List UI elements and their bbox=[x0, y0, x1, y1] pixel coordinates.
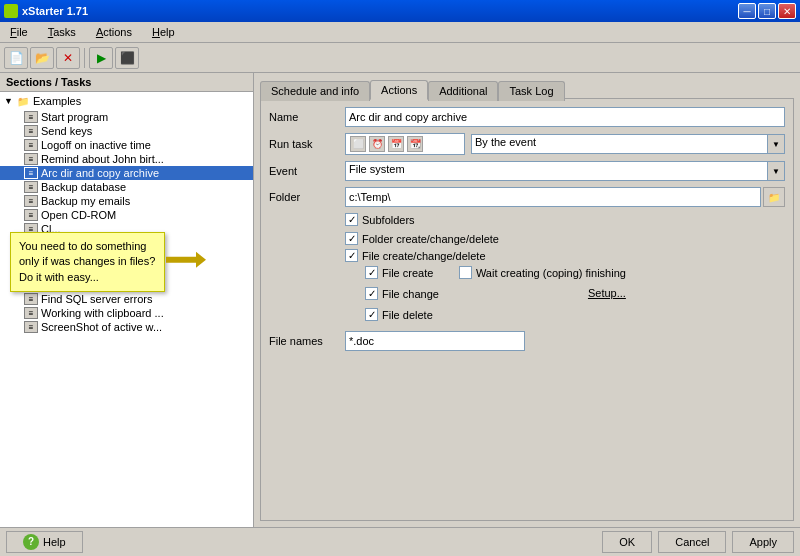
file-delete-row: File delete bbox=[365, 308, 439, 321]
task-icon: ≡ bbox=[24, 293, 38, 305]
apply-button[interactable]: Apply bbox=[732, 531, 794, 553]
folder-row: Folder 📁 bbox=[269, 187, 785, 207]
tab-actions[interactable]: Actions bbox=[370, 80, 428, 100]
folder-icon: 📁 bbox=[15, 93, 31, 109]
minimize-button[interactable]: ─ bbox=[738, 3, 756, 19]
task-icon: ≡ bbox=[24, 307, 38, 319]
tab-bar: Schedule and info Actions Additional Tas… bbox=[260, 79, 794, 99]
task-icon: ≡ bbox=[24, 321, 38, 333]
ok-button[interactable]: OK bbox=[602, 531, 652, 553]
run-icon-1[interactable]: ⬜ bbox=[350, 136, 366, 152]
tree-item-examples[interactable]: ▼ 📁 Examples bbox=[0, 92, 253, 110]
file-delete-label: File delete bbox=[382, 309, 433, 321]
folder-input-group: 📁 bbox=[345, 187, 785, 207]
event-label: Event bbox=[269, 165, 339, 177]
tree-item-remind[interactable]: ≡ Remind about John birt... bbox=[0, 152, 253, 166]
menu-tasks[interactable]: Tasks bbox=[42, 24, 82, 40]
tab-schedule[interactable]: Schedule and info bbox=[260, 81, 370, 101]
event-dropdown-arrow[interactable]: ▼ bbox=[767, 161, 785, 181]
run-button[interactable]: ▶ bbox=[89, 47, 113, 69]
tree-label: Send keys bbox=[41, 125, 92, 137]
tree-scroll[interactable]: ▼ 📁 Examples ≡ Start program ≡ Send keys… bbox=[0, 92, 253, 527]
name-label: Name bbox=[269, 111, 339, 123]
task-icon: ≡ bbox=[24, 153, 38, 165]
close-button[interactable]: ✕ bbox=[778, 3, 796, 19]
file-change-row: File change bbox=[365, 287, 439, 300]
event-select[interactable]: File system ▼ bbox=[345, 161, 785, 181]
run-icon-4[interactable]: 📆 bbox=[407, 136, 423, 152]
task-icon: ≡ bbox=[24, 139, 38, 151]
tree-item-backup-emails[interactable]: ≡ Backup my emails bbox=[0, 194, 253, 208]
tree-label: Backup my emails bbox=[41, 195, 130, 207]
menu-bar: File Tasks Actions Help bbox=[0, 22, 800, 43]
tree-item-find-sql[interactable]: ≡ Find SQL server errors bbox=[0, 292, 253, 306]
tree-item-arc-dir[interactable]: ≡ Arc dir and copy archive bbox=[0, 166, 253, 180]
setup-link[interactable]: Setup... bbox=[588, 287, 626, 299]
folder-create-row: Folder create/change/delete bbox=[345, 232, 785, 245]
run-icon-2[interactable]: ⏰ bbox=[369, 136, 385, 152]
subfolders-checkbox[interactable] bbox=[345, 213, 358, 226]
browse-button[interactable]: 📁 bbox=[763, 187, 785, 207]
subfolders-label: Subfolders bbox=[362, 214, 415, 226]
open-button[interactable]: 📂 bbox=[30, 47, 54, 69]
delete-button[interactable]: ✕ bbox=[56, 47, 80, 69]
tree-item-screenshot[interactable]: ≡ ScreenShot of active w... bbox=[0, 320, 253, 334]
menu-actions[interactable]: Actions bbox=[90, 24, 138, 40]
subfolders-row: Subfolders bbox=[345, 213, 785, 226]
file-names-row: File names bbox=[269, 331, 785, 351]
menu-help[interactable]: Help bbox=[146, 24, 181, 40]
apply-label: Apply bbox=[749, 536, 777, 548]
tree-label: Find SQL server errors bbox=[41, 293, 152, 305]
tree-item-clipboard[interactable]: ≡ Working with clipboard ... bbox=[0, 306, 253, 320]
title-bar: xStarter 1.71 ─ □ ✕ bbox=[0, 0, 800, 22]
name-input[interactable] bbox=[345, 107, 785, 127]
file-change-label: File change bbox=[382, 288, 439, 300]
folder-label: Folder bbox=[269, 191, 339, 203]
tree-label: Remind about John birt... bbox=[41, 153, 164, 165]
folder-create-label: Folder create/change/delete bbox=[362, 233, 499, 245]
tree-item-logoff[interactable]: ≡ Logoff on inactive time bbox=[0, 138, 253, 152]
cancel-label: Cancel bbox=[675, 536, 709, 548]
file-delete-checkbox[interactable] bbox=[365, 308, 378, 321]
tree-item-send-keys[interactable]: ≡ Send keys bbox=[0, 124, 253, 138]
file-create-checkbox[interactable] bbox=[365, 266, 378, 279]
menu-file[interactable]: File bbox=[4, 24, 34, 40]
file-create-change-checkbox[interactable] bbox=[345, 249, 358, 262]
tab-tasklog[interactable]: Task Log bbox=[498, 81, 564, 101]
cancel-button[interactable]: Cancel bbox=[658, 531, 726, 553]
tooltip-text: You need to do something only if was cha… bbox=[19, 240, 155, 283]
file-names-input[interactable] bbox=[345, 331, 525, 351]
tab-additional[interactable]: Additional bbox=[428, 81, 498, 101]
task-icon: ≡ bbox=[24, 181, 38, 193]
wait-creating-checkbox[interactable] bbox=[459, 266, 472, 279]
maximize-button[interactable]: □ bbox=[758, 3, 776, 19]
main-layout: Sections / Tasks ▼ 📁 Examples ≡ Start pr… bbox=[0, 73, 800, 527]
name-row: Name bbox=[269, 107, 785, 127]
run-task-dropdown-arrow[interactable]: ▼ bbox=[767, 134, 785, 154]
tree-item-open-cdrom[interactable]: ≡ Open CD-ROM bbox=[0, 208, 253, 222]
task-icon: ≡ bbox=[24, 209, 38, 221]
folder-create-checkbox[interactable] bbox=[345, 232, 358, 245]
panel-header: Sections / Tasks bbox=[0, 73, 253, 92]
tooltip-bubble: You need to do something only if was cha… bbox=[10, 232, 165, 292]
tree-label: ScreenShot of active w... bbox=[41, 321, 162, 333]
file-change-checkbox[interactable] bbox=[365, 287, 378, 300]
tree-item-backup-db[interactable]: ≡ Backup database bbox=[0, 180, 253, 194]
right-options: Wait creating (coping) finishing Setup..… bbox=[459, 266, 626, 325]
tree-label: Examples bbox=[33, 95, 81, 107]
tree-label: Open CD-ROM bbox=[41, 209, 116, 221]
new-button[interactable]: 📄 bbox=[4, 47, 28, 69]
wait-creating-row: Wait creating (coping) finishing bbox=[459, 266, 626, 279]
help-button[interactable]: ? Help bbox=[6, 531, 83, 553]
file-create-change-row: File create/change/delete bbox=[345, 249, 785, 262]
stop-button[interactable]: ⬛ bbox=[115, 47, 139, 69]
tree-area: ▼ 📁 Examples ≡ Start program ≡ Send keys… bbox=[0, 92, 253, 527]
folder-input[interactable] bbox=[345, 187, 761, 207]
tree-item-start-program[interactable]: ≡ Start program bbox=[0, 110, 253, 124]
run-icon-3[interactable]: 📅 bbox=[388, 136, 404, 152]
tooltip-container: ≡ Cl... ≡ Ch... ≡ Em... ≡ Re... bbox=[0, 222, 253, 278]
left-panel: Sections / Tasks ▼ 📁 Examples ≡ Start pr… bbox=[0, 73, 254, 527]
run-task-select[interactable]: By the event ▼ bbox=[471, 134, 785, 154]
task-icon: ≡ bbox=[24, 111, 38, 123]
help-circle-icon: ? bbox=[23, 534, 39, 550]
